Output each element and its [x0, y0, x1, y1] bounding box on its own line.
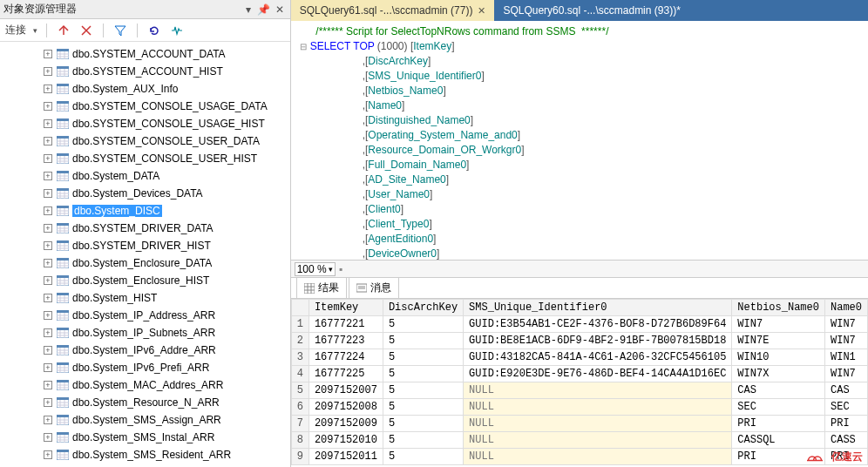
expand-icon[interactable]: + [44, 137, 52, 146]
table-row[interactable]: 920971520115NULLPRIPRI [291, 449, 867, 465]
cell[interactable]: 16777223 [309, 333, 383, 349]
column-header[interactable]: Name0 [824, 300, 867, 316]
tree-node[interactable]: +dbo.SYSTEM_CONSOLE_USAGE_DATA [0, 98, 290, 115]
cell[interactable]: PRI [824, 449, 867, 465]
sql-editor[interactable]: /****** Script for SelectTopNRows comman… [291, 21, 868, 261]
activity-icon[interactable] [169, 23, 185, 38]
expand-icon[interactable]: + [44, 119, 52, 128]
expand-icon[interactable]: + [44, 276, 52, 285]
cell[interactable]: 2097152011 [309, 449, 383, 465]
table-row[interactable]: 2167772235GUID:BE8E1ACB-6DF9-4BF2-91BF-7… [291, 333, 867, 349]
cell[interactable]: PRI [732, 416, 825, 432]
tree-node[interactable]: +dbo.System_MAC_Addres_ARR [0, 376, 290, 394]
tree-node[interactable]: +dbo.SYSTEM_ACCOUNT_HIST [0, 63, 290, 80]
cell[interactable]: 2097152008 [309, 399, 383, 416]
close-icon[interactable]: ✕ [273, 3, 287, 17]
tab-close-icon[interactable]: ✕ [478, 5, 485, 17]
tree-node[interactable]: +dbo.System_DISC [0, 202, 290, 220]
table-row[interactable]: 4167772255GUID:E920E3DE-9E76-486D-BEF4-1… [291, 366, 867, 382]
table-row[interactable]: 720971520095NULLPRIPRI [291, 416, 867, 432]
cell[interactable]: 16777225 [309, 366, 383, 382]
column-header[interactable]: Netbios_Name0 [732, 300, 825, 316]
disconnect-icon[interactable] [78, 23, 94, 38]
cell[interactable]: 5 [383, 349, 463, 366]
tree-node[interactable]: +dbo.System_IP_Subnets_ARR [0, 324, 290, 342]
cell[interactable]: SEC [824, 399, 867, 416]
tree-node[interactable]: +dbo.SYSTEM_ACCOUNT_DATA [0, 45, 290, 63]
tree-node[interactable]: +dbo.System_IPv6_Prefi_ARR [0, 359, 290, 376]
expand-icon[interactable]: + [44, 259, 52, 267]
expand-icon[interactable]: + [44, 85, 52, 93]
expand-icon[interactable]: + [44, 206, 52, 215]
tree-node[interactable]: +dbo.System_Enclosure_HIST [0, 272, 290, 289]
cell[interactable]: PRI [824, 416, 867, 432]
expand-icon[interactable]: + [44, 102, 52, 111]
connect-icon[interactable] [56, 23, 71, 38]
tree-node[interactable]: +dbo.System_Devices_DATA [0, 185, 290, 202]
expand-icon[interactable]: + [44, 381, 52, 389]
column-header[interactable]: DiscArchKey [383, 300, 463, 316]
results-tab[interactable]: 结果 [296, 277, 347, 298]
dropdown-icon[interactable]: ▾ [241, 3, 255, 17]
messages-tab[interactable]: 消息 [349, 277, 399, 298]
cell[interactable]: GUID:E920E3DE-9E76-486D-BEF4-14CA4A1D16E… [464, 366, 732, 382]
expand-icon[interactable]: + [44, 311, 52, 320]
column-header[interactable]: ItemKey [309, 300, 383, 316]
expand-icon[interactable]: + [44, 67, 52, 76]
expand-icon[interactable]: + [44, 398, 52, 407]
cell[interactable]: 5 [383, 333, 463, 349]
table-row[interactable]: 520971520075NULLCASCAS [291, 382, 867, 399]
cell[interactable]: 16777221 [309, 316, 383, 333]
tree-node[interactable]: +dbo.System_SMS_Resident_ARR [0, 446, 290, 464]
cell[interactable]: WIN7X [732, 366, 825, 382]
expand-icon[interactable]: + [44, 189, 52, 198]
expand-icon[interactable]: + [44, 433, 52, 442]
refresh-icon[interactable] [146, 23, 162, 38]
tree-node[interactable]: +dbo.SYSTEM_DRIVER_HIST [0, 237, 290, 254]
cell[interactable]: 16777224 [309, 349, 383, 366]
cell[interactable]: 2097152009 [309, 416, 383, 432]
expand-icon[interactable]: + [44, 172, 52, 180]
cell[interactable]: WIN10 [732, 349, 825, 366]
zoom-dropdown[interactable]: 100 % ▾ [295, 262, 336, 276]
document-tab[interactable]: SQLQuery61.sql -...\sccmadmin (77))✕ [291, 0, 495, 21]
cell[interactable]: 5 [383, 399, 463, 416]
cell[interactable]: 5 [383, 382, 463, 399]
expand-icon[interactable]: + [44, 294, 52, 302]
cell[interactable]: WIN7E [732, 333, 825, 349]
table-row[interactable]: 820971520105NULLCASSQLCASS [291, 432, 867, 449]
cell[interactable]: 2097152010 [309, 432, 383, 449]
expand-icon[interactable]: + [44, 346, 52, 355]
results-grid[interactable]: ItemKeyDiscArchKeySMS_Unique_Identifier0… [291, 299, 868, 467]
expand-icon[interactable]: + [44, 154, 52, 163]
cell[interactable]: NULL [464, 449, 732, 465]
connect-label[interactable]: 连接 [5, 23, 26, 37]
cell[interactable]: PRI [732, 449, 825, 465]
filter-icon[interactable] [112, 23, 128, 38]
cell[interactable]: 2097152007 [309, 382, 383, 399]
cell[interactable]: SEC [732, 399, 825, 416]
expand-icon[interactable]: + [44, 363, 52, 372]
tree-node[interactable]: +dbo.System_IPv6_Addre_ARR [0, 342, 290, 359]
cell[interactable]: CASS [824, 432, 867, 449]
cell[interactable]: NULL [464, 399, 732, 416]
tree-view[interactable]: +dbo.SYSTEM_ACCOUNT_DATA+dbo.SYSTEM_ACCO… [0, 42, 290, 467]
tree-node[interactable]: +dbo.System_Resource_N_ARR [0, 394, 290, 411]
tree-node[interactable]: +dbo.System_IP_Address_ARR [0, 307, 290, 324]
cell[interactable]: 5 [383, 432, 463, 449]
tree-node[interactable]: +dbo.System_AUX_Info [0, 80, 290, 98]
cell[interactable]: NULL [464, 382, 732, 399]
cell[interactable]: CASSQL [732, 432, 825, 449]
expand-icon[interactable]: + [44, 50, 52, 58]
table-row[interactable]: 1167772215GUID:E3B54AB1-CE2F-4376-BOF8-D… [291, 316, 867, 333]
cell[interactable]: GUID:BE8E1ACB-6DF9-4BF2-91BF-7B007815BD1… [464, 333, 732, 349]
cell[interactable]: WIN1 [824, 349, 867, 366]
cell[interactable]: WIN7 [824, 366, 867, 382]
cell[interactable]: CAS [732, 382, 825, 399]
tree-node[interactable]: +dbo.System_DATA [0, 167, 290, 185]
column-header[interactable]: SMS_Unique_Identifier0 [464, 300, 732, 316]
document-tab[interactable]: SQLQuery60.sql -...\sccmadmin (93))* [494, 0, 688, 21]
expand-icon[interactable]: + [44, 416, 52, 424]
tree-node[interactable]: +dbo.SYSTEM_CONSOLE_USAGE_HIST [0, 115, 290, 132]
cell[interactable]: 5 [383, 316, 463, 333]
